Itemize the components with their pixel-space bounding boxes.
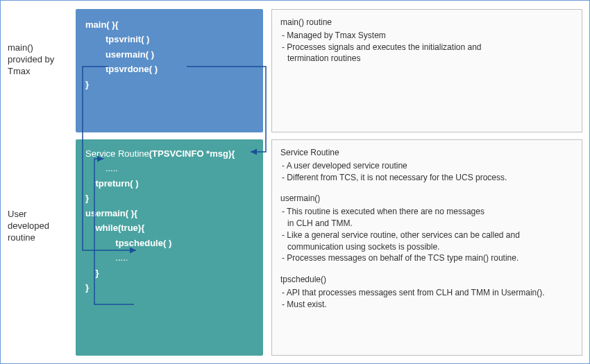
label-main-tmax: main() provided by Tmax [8,42,70,78]
desc-user-item: - A user developed service routine [280,160,573,172]
code-box-main: main( ){ tpsvrinit( ) usermain( ) tpsvrd… [76,9,263,132]
desc-user-gap [280,264,573,274]
code-main-line: main( ){ [85,17,253,32]
desc-user-item: - Must exist. [280,299,573,311]
desc-user-item: - Like a general service routine, other … [280,229,573,241]
desc-box-user: Service Routine- A user developed servic… [271,139,582,356]
desc-main-item: termination routines [280,53,573,64]
code-user-line: ..... [85,161,253,175]
code-user-line: } [85,266,253,280]
desc-user-item: in CLH and TMM. [280,218,573,229]
code-box-user: Service Routine(TPSVCINFO *msg){ ..... t… [76,139,263,356]
label-user-routine: User developed routine [8,209,70,244]
code-main-line: tpsvrdone( ) [85,62,253,76]
desc-user-item: communication using sockets is possible. [280,241,573,253]
code-user-line: usermain( ){ [85,206,253,220]
code-main-line: usermain( ) [85,47,253,62]
desc-main-item: - Processes signals and executes the ini… [280,42,573,53]
desc-box-main: main() routine- Managed by Tmax System- … [271,9,582,132]
desc-main-title: main() routine [280,17,573,28]
desc-user-title: Service Routine [280,147,573,159]
desc-user-title: tpschedule() [280,274,573,286]
desc-user-title: usermain() [280,193,573,205]
desc-user-item: - API that processes messages sent from … [280,287,573,299]
code-user-line: while(true){ [85,220,253,235]
code-user-line: } [85,280,253,295]
desc-user-item: - Different from TCS, it is not necessar… [280,172,573,184]
code-user-line: ..... [85,250,253,265]
code-user-line: tpreturn( ) [85,176,253,191]
diagram-canvas: main() provided by Tmax User developed r… [0,0,590,364]
code-user-line: tpschedule( ) [85,236,253,250]
desc-user-item: - Processes messages on behalf of the TC… [280,252,573,264]
desc-user-item: - This routine is executed when there ar… [280,206,573,218]
code-user-line: Service Routine(TPSVCINFO *msg){ [85,146,253,161]
code-main-line: } [85,77,253,92]
desc-user-gap [280,183,573,193]
code-user-line: } [85,191,253,205]
code-main-line: tpsvrinit( ) [85,32,253,46]
desc-main-item: - Managed by Tmax System [280,30,573,42]
